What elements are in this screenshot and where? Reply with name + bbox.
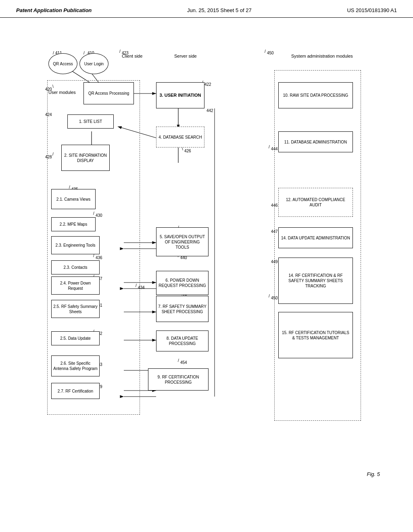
rf-cert-tutorials-label: 15. RF CERTIFICATION TUTORIALS & TESTS M…: [280, 330, 351, 341]
user-login-oval: User Login: [79, 53, 108, 74]
mpe-maps-label: 2.2. MPE Maps: [60, 222, 87, 227]
rf-cert-processing-box: 9. RF CERTIFICATION PROCESSING: [148, 368, 209, 391]
qr-access-oval: QR Access: [48, 53, 77, 74]
database-search-label: 4. DATABASE SEARCH: [159, 135, 202, 140]
save-open-label: 5. SAVE/OPEN OUTPUT OF ENGINEERING TOOLS: [158, 234, 206, 250]
user-modules-label: User modules: [48, 89, 76, 95]
ref-410-slash: /: [83, 51, 85, 55]
client-side-label: Client side: [122, 53, 142, 59]
qr-access-processing-label: QR Access Processing: [88, 91, 129, 96]
ref-411-slash: /: [53, 51, 54, 55]
header-right: US 2015/0181390 A1: [347, 7, 397, 13]
rf-safety-processing-box: 7. RF SAFETY SUMMARY SHEET PROCESSING: [156, 296, 209, 322]
site-specific-label: 2.6. Site Specific Antenna Safety Progra…: [53, 361, 98, 371]
rf-cert-processing-label: 9. RF CERTIFICATION PROCESSING: [150, 374, 206, 385]
data-update-admin-label: 14. DATA UPDATE ADMINISTRATION: [281, 235, 350, 241]
data-update-processing-box: 8. DATA UPDATE PROCESSING: [156, 330, 209, 351]
ref-454-slash: /: [178, 358, 179, 363]
user-initiation-label: 3. USER INITIATION: [159, 92, 201, 98]
ref-450a: 450: [267, 51, 274, 55]
automated-compliance-box: 12. AUTOMATED COMPLIANCE AUDIT: [278, 188, 353, 217]
site-info-label: 2. SITE INFORMATION DISPLAY: [63, 153, 108, 163]
sys-admin-label: System administration modules: [291, 53, 353, 59]
camera-views-box: 2.1. Camera Views: [51, 189, 96, 209]
qr-access-processing-box: QR Access Processing: [83, 82, 134, 104]
database-admin-box: 11. DATABASE ADMINISTRATION: [278, 131, 353, 152]
engineering-tools-box: 2.3. Engineering Tools: [51, 236, 100, 254]
rf-safety-sheets-label: 2.5. RF Safety Summary Sheets: [53, 304, 98, 314]
qr-access-label: QR Access: [53, 61, 73, 66]
user-initiation-box: 3. USER INITIATION: [156, 82, 204, 108]
contacts-box: 2.3. Contacts: [51, 260, 100, 274]
rf-cert-safety-label: 14. RF CERTIFICATION & RF SAFETY SUMMARY…: [280, 273, 351, 289]
ref-454: 454: [180, 360, 187, 365]
diagram-area: 410 / 411 / 420 \ 422 / 423 / 450 / 424 …: [21, 30, 392, 485]
rf-cert-tutorials-box: 15. RF CERTIFICATION TUTORIALS & TESTS M…: [278, 312, 353, 358]
data-update-admin-box: 14. DATA UPDATE ADMINISTRATION: [278, 227, 353, 248]
server-side-label: Server side: [174, 53, 197, 59]
rf-safety-sheets-box: 2.5. RF Safety Summary Sheets: [51, 300, 100, 318]
rf-cert-safety-box: 14. RF CERTIFICATION & RF SAFETY SUMMARY…: [278, 258, 353, 304]
site-specific-box: 2.6. Site Specific Antenna Safety Progra…: [51, 355, 100, 376]
ref-426: 426: [184, 149, 191, 153]
data-update-box: 2.5. Data Update: [51, 331, 100, 345]
automated-compliance-label: 12. AUTOMATED COMPLIANCE AUDIT: [280, 197, 351, 208]
engineering-tools-label: 2.3. Engineering Tools: [56, 243, 96, 248]
header-left: Patent Application Publication: [16, 7, 92, 13]
database-search-box: 4. DATABASE SEARCH: [156, 127, 204, 148]
header-center: Jun. 25, 2015 Sheet 5 of 27: [187, 7, 252, 13]
site-info-box: 2. SITE INFORMATION DISPLAY: [61, 145, 110, 171]
user-login-label: User Login: [84, 61, 104, 66]
page-header: Patent Application Publication Jun. 25, …: [0, 0, 413, 18]
rf-safety-processing-label: 7. RF SAFETY SUMMARY SHEET PROCESSING: [158, 304, 206, 314]
page: Patent Application Publication Jun. 25, …: [0, 0, 413, 532]
raw-site-data-box: 10. RAW SITE DATA PROCESSING: [278, 82, 353, 108]
site-list-box: 1. SITE LIST: [67, 114, 114, 129]
power-down-label: 2.4. Power Down Request: [53, 281, 98, 291]
rf-cert-box: 2.7. RF Certification: [51, 383, 100, 399]
camera-views-label: 2.1. Camera Views: [56, 197, 90, 202]
data-update-label: 2.5. Data Update: [60, 336, 91, 341]
ref-423-slash: /: [119, 49, 121, 54]
ref-444-slash: /: [269, 145, 270, 149]
database-admin-label: 11. DATABASE ADMINISTRATION: [284, 139, 347, 145]
mpe-maps-box: 2.2. MPE Maps: [51, 217, 96, 231]
ref-450a-slash: /: [265, 49, 266, 54]
power-down-processing-box: 6. POWER DOWN REQUEST PROCESSING: [156, 271, 209, 295]
site-list-label: 1. SITE LIST: [79, 119, 102, 124]
ref-450b-slash: /: [269, 294, 270, 298]
save-open-box: 5. SAVE/OPEN OUTPUT OF ENGINEERING TOOLS: [156, 227, 209, 256]
power-down-box: 2.4. Power Down Request: [51, 276, 100, 295]
data-update-processing-label: 8. DATA UPDATE PROCESSING: [158, 336, 206, 346]
ref-442: 442: [206, 108, 213, 113]
power-down-processing-label: 6. POWER DOWN REQUEST PROCESSING: [158, 278, 206, 288]
ref-422: 422: [204, 82, 211, 87]
contacts-label: 2.3. Contacts: [64, 265, 88, 270]
raw-site-data-label: 10. RAW SITE DATA PROCESSING: [283, 93, 348, 98]
fig-label: Fig. 5: [367, 471, 380, 477]
rf-cert-label: 2.7. RF Certification: [58, 389, 93, 394]
